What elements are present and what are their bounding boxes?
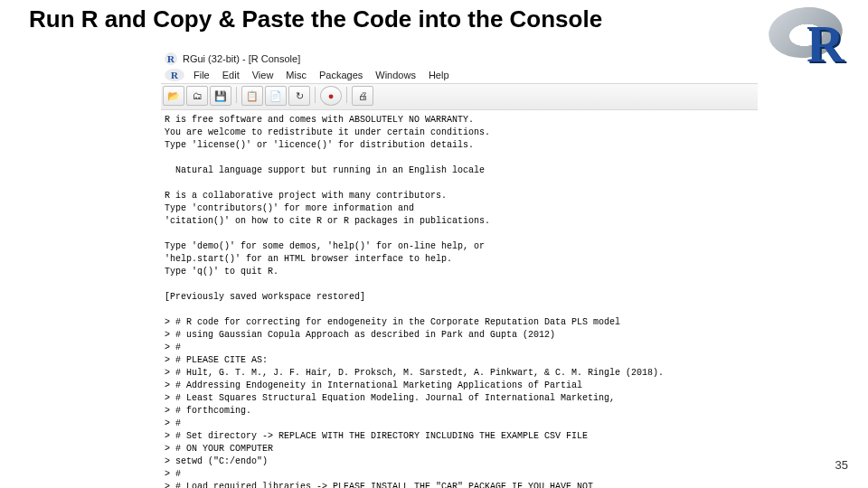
print-icon[interactable]: 🖨 [352,86,373,106]
paste-icon[interactable]: 📄 [265,86,287,106]
menu-bar: R File Edit View Misc Packages Windows H… [161,67,758,83]
r-logo-letter: R [807,18,844,70]
save-icon[interactable]: 💾 [210,86,231,106]
menu-misc[interactable]: Misc [282,70,310,80]
app-icon: R [165,52,177,65]
menu-view[interactable]: View [249,70,278,80]
slide-title: Run R and Copy & Paste the Code into the… [29,5,602,33]
toolbar-separator [346,87,347,103]
rgui-window: R RGui (32-bit) - [R Console] R File Edi… [161,51,758,488]
window-titlebar: R RGui (32-bit) - [R Console] [161,51,758,67]
stop-icon[interactable]: ● [320,86,342,106]
copy-icon[interactable]: 📋 [241,86,263,106]
toolbar-separator [315,87,316,103]
menu-file[interactable]: File [190,70,213,80]
toolbar: 📂 🗂 💾 📋 📄 ↻ ● 🖨 [161,83,758,110]
app-icon: R [165,69,184,81]
load-workspace-icon[interactable]: 🗂 [186,86,208,106]
menu-edit[interactable]: Edit [219,70,243,80]
r-console[interactable]: R is free software and comes with ABSOLU… [161,110,758,488]
menu-help[interactable]: Help [425,70,453,80]
toolbar-separator [236,87,237,103]
open-icon[interactable]: 📂 [163,86,184,106]
r-logo: R [769,4,846,67]
menu-packages[interactable]: Packages [316,70,366,80]
window-title-text: RGui (32-bit) - [R Console] [183,53,300,64]
run-icon[interactable]: ↻ [288,86,310,106]
menu-windows[interactable]: Windows [372,70,420,80]
page-number: 35 [835,458,848,472]
